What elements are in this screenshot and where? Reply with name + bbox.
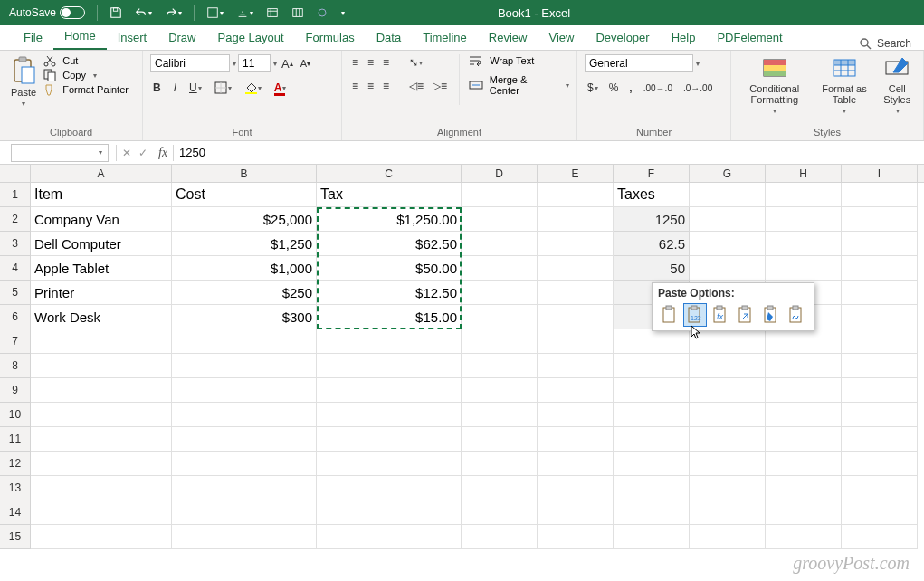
select-all-corner[interactable]: [0, 165, 31, 182]
qat-item-1-icon[interactable]: ▾: [203, 5, 227, 21]
format-painter-button[interactable]: Format Painter: [43, 83, 129, 96]
cell-B8[interactable]: [172, 354, 317, 378]
cell-F1[interactable]: Taxes: [614, 183, 690, 207]
col-header-E[interactable]: E: [538, 165, 614, 182]
tab-home[interactable]: Home: [53, 24, 107, 50]
col-header-A[interactable]: A: [31, 165, 172, 182]
cell-G15[interactable]: [690, 525, 766, 549]
cell-A3[interactable]: Dell Computer: [31, 232, 172, 256]
row-header[interactable]: 6: [0, 305, 31, 329]
col-header-G[interactable]: G: [690, 165, 766, 182]
qat-item-3-icon[interactable]: [262, 5, 282, 21]
cell-E7[interactable]: [538, 329, 614, 354]
spreadsheet-grid[interactable]: A B C D E F G H I 1ItemCostTaxTaxes2Comp…: [0, 165, 924, 549]
cell-I7[interactable]: [842, 329, 918, 354]
align-right-icon[interactable]: ≡: [380, 78, 392, 94]
row-header[interactable]: 15: [0, 525, 31, 549]
cell-F7[interactable]: [614, 329, 690, 354]
row-header[interactable]: 8: [0, 354, 31, 378]
cell-H3[interactable]: [766, 232, 842, 256]
cell-D10[interactable]: [462, 403, 538, 427]
cell-B9[interactable]: [172, 378, 317, 403]
enter-formula-icon[interactable]: ✓: [138, 147, 148, 159]
cell-B3[interactable]: $1,250: [172, 232, 317, 256]
cell-E8[interactable]: [538, 354, 614, 378]
cell-C4[interactable]: $50.00: [317, 256, 462, 281]
col-header-H[interactable]: H: [766, 165, 842, 182]
cell-A8[interactable]: [31, 354, 172, 378]
cell-H13[interactable]: [766, 476, 842, 500]
cell-C2[interactable]: $1,250.00: [317, 207, 462, 232]
cell-D1[interactable]: [462, 183, 538, 207]
cell-G4[interactable]: [690, 256, 766, 281]
cell-H1[interactable]: [766, 183, 842, 207]
qat-item-4-icon[interactable]: [288, 5, 308, 21]
cut-button[interactable]: Cut: [43, 54, 129, 67]
align-center-icon[interactable]: ≡: [365, 78, 376, 94]
accounting-format-icon[interactable]: $▾: [585, 80, 601, 96]
cell-G8[interactable]: [690, 354, 766, 378]
cell-B15[interactable]: [172, 525, 317, 549]
cell-B13[interactable]: [172, 476, 317, 500]
cell-B11[interactable]: [172, 427, 317, 452]
cell-A5[interactable]: Printer: [31, 281, 172, 305]
cell-D3[interactable]: [462, 232, 538, 256]
cell-G11[interactable]: [690, 427, 766, 452]
cell-H12[interactable]: [766, 452, 842, 476]
tab-data[interactable]: Data: [366, 25, 412, 50]
cell-C8[interactable]: [317, 354, 462, 378]
cell-G13[interactable]: [690, 476, 766, 500]
tab-formulas[interactable]: Formulas: [295, 25, 366, 50]
tab-draw[interactable]: Draw: [157, 25, 206, 50]
conditional-formatting-button[interactable]: Conditional Formatting▾: [738, 54, 811, 117]
row-header[interactable]: 12: [0, 452, 31, 476]
cell-D7[interactable]: [462, 329, 538, 354]
tab-view[interactable]: View: [538, 25, 585, 50]
merge-center-button[interactable]: Merge & Center ▾: [469, 74, 569, 96]
cell-C7[interactable]: [317, 329, 462, 354]
qat-customize-icon[interactable]: ▾: [337, 7, 348, 19]
underline-button[interactable]: U▾: [186, 80, 205, 96]
row-header[interactable]: 5: [0, 281, 31, 305]
cell-B1[interactable]: Cost: [172, 183, 317, 207]
cell-G3[interactable]: [690, 232, 766, 256]
cell-B6[interactable]: $300: [172, 305, 317, 329]
tab-review[interactable]: Review: [478, 25, 538, 50]
cell-A1[interactable]: Item: [31, 183, 172, 207]
cell-A14[interactable]: [31, 500, 172, 525]
cell-H14[interactable]: [766, 500, 842, 525]
bold-button[interactable]: B: [150, 80, 164, 96]
cell-C3[interactable]: $62.50: [317, 232, 462, 256]
cell-C9[interactable]: [317, 378, 462, 403]
row-header[interactable]: 9: [0, 378, 31, 403]
increase-font-icon[interactable]: A▴: [279, 55, 296, 72]
cell-I8[interactable]: [842, 354, 918, 378]
comma-format-icon[interactable]: ,: [626, 80, 634, 96]
tab-help[interactable]: Help: [661, 25, 707, 50]
fx-icon[interactable]: fx: [153, 146, 173, 160]
format-as-table-button[interactable]: Format as Table▾: [818, 54, 872, 117]
cell-I5[interactable]: [842, 281, 918, 305]
align-left-icon[interactable]: ≡: [349, 78, 361, 94]
cell-D4[interactable]: [462, 256, 538, 281]
cell-B4[interactable]: $1,000: [172, 256, 317, 281]
cell-A2[interactable]: Company Van: [31, 207, 172, 232]
name-box[interactable]: ▾: [11, 144, 109, 162]
cell-E9[interactable]: [538, 378, 614, 403]
cell-D14[interactable]: [462, 500, 538, 525]
formula-input[interactable]: 1250: [174, 145, 924, 160]
cell-E6[interactable]: [538, 305, 614, 329]
cell-F14[interactable]: [614, 500, 690, 525]
cell-I6[interactable]: [842, 305, 918, 329]
percent-format-icon[interactable]: %: [606, 80, 622, 96]
paste-option-values[interactable]: 123: [683, 303, 707, 327]
cell-A6[interactable]: Work Desk: [31, 305, 172, 329]
cell-C5[interactable]: $12.50: [317, 281, 462, 305]
cell-styles-button[interactable]: Cell Styles▾: [878, 54, 916, 117]
cell-E14[interactable]: [538, 500, 614, 525]
cell-H11[interactable]: [766, 427, 842, 452]
cell-D11[interactable]: [462, 427, 538, 452]
cell-E4[interactable]: [538, 256, 614, 281]
decrease-decimal-icon[interactable]: .0→.00: [681, 81, 715, 95]
cell-E13[interactable]: [538, 476, 614, 500]
